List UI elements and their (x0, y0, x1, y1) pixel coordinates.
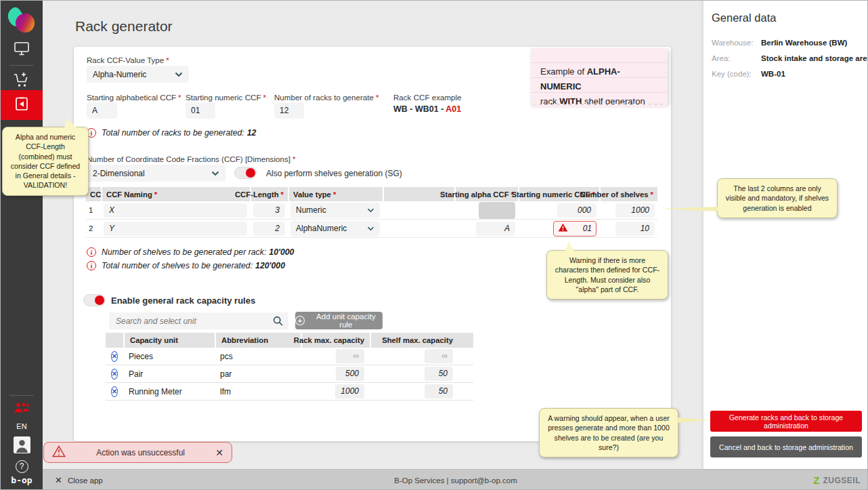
footer: ✕ Close app B-Op Services | support@b-op… (43, 469, 868, 490)
search-input[interactable] (109, 312, 288, 329)
value-type-label: Rack CCF-Value Type* (87, 56, 169, 64)
required-marker: * (178, 93, 181, 102)
chevron-down-icon (175, 70, 183, 79)
page-title: Rack generator (75, 18, 173, 35)
racks-count-input[interactable] (274, 102, 304, 119)
sidebar-divider (9, 65, 34, 66)
bop-logo: b-op (1, 475, 43, 485)
total-racks-info: i Total number of racks to be generated:… (87, 128, 256, 138)
plus-icon: + (295, 316, 305, 325)
monitor-icon (14, 41, 30, 59)
error-toast: Action was unsuccessful ✕ (43, 442, 232, 463)
cancel-button[interactable]: Cancel and back to storage administratio… (710, 436, 862, 457)
shelf-max-input[interactable]: ∞ (425, 349, 453, 363)
starting-alpha-label: Starting alphabetical CCF* (87, 93, 181, 102)
info-icon: i (87, 247, 96, 257)
toast-message: Action was unsuccessful (66, 448, 215, 457)
ccf-naming-input[interactable]: Y (104, 222, 247, 236)
zugseil-logo-icon: Z (813, 474, 819, 486)
warning-triangle-icon (558, 223, 568, 234)
ccf-table: CCF CCF Naming* CCF-Length* Value type* … (86, 187, 657, 238)
panel-title: General data (712, 12, 776, 24)
zugseil-name: ZUGSEIL (823, 476, 861, 485)
capacity-abbr: lfm (215, 387, 301, 396)
starting-alpha-cell-disabled (479, 202, 515, 219)
starting-alpha-input[interactable] (87, 102, 117, 119)
general-data-row: Area: Stock intake and storage area (712, 54, 865, 62)
required-marker: * (292, 155, 296, 163)
capacity-table-header: Capacity unit Abbreviation Rack max. cap… (106, 333, 473, 348)
user-avatar[interactable] (1, 437, 43, 455)
app-logo[interactable] (8, 6, 35, 35)
ccf-example-value: WB - WB01 - A01 (393, 104, 461, 114)
shelves-count-cell[interactable]: 10 (615, 222, 655, 236)
ccf-example-label: Rack CCF example (393, 93, 462, 102)
rack-max-input[interactable]: ∞ (336, 349, 364, 363)
capacity-rules-toggle[interactable] (83, 294, 106, 306)
toast-close-icon[interactable]: ✕ (215, 448, 223, 457)
capacity-row-pieces: ✕ Pieces pcs ∞ ∞ (106, 348, 473, 365)
unit-search (109, 312, 288, 329)
value-type-row-select[interactable]: AlphaNumeric (290, 221, 380, 237)
value-type-select[interactable]: Alpha-Numeric (87, 66, 189, 83)
chevron-down-icon (367, 224, 374, 233)
help-button[interactable]: ? (1, 459, 43, 474)
starting-alpha-cell[interactable]: A (476, 222, 515, 236)
ccf-example-highlight: A01 (446, 104, 461, 114)
starting-numeric-cell-error[interactable]: 01 (553, 221, 596, 237)
sidebar-item-rack-generator[interactable] (1, 90, 43, 120)
required-marker: * (263, 93, 266, 102)
capacity-rules-label: Enable general rack capacity rules (111, 295, 255, 306)
add-unit-capacity-rule-button[interactable]: + Add unit capacity rule (295, 312, 383, 329)
dimensions-select[interactable]: 2-Dimensional (87, 165, 225, 182)
remove-rule-icon[interactable]: ✕ (111, 369, 118, 380)
shelves-generation-toggle[interactable] (234, 167, 257, 179)
starting-numeric-input[interactable] (186, 102, 215, 119)
capacity-row-running-meter: ✕ Running Meter lfm 1000 50 (106, 383, 473, 401)
capacity-table: Capacity unit Abbreviation Rack max. cap… (106, 333, 473, 401)
sidebar-item-workstation[interactable] (1, 39, 43, 61)
value-type-row-select[interactable]: Numeric (290, 203, 380, 218)
logo-gradient-shape (16, 14, 35, 33)
dimensions-label: Number of Coordinate Code Fractions (CCF… (87, 155, 295, 163)
capacity-abbr: pcs (215, 352, 301, 361)
shelves-per-rack-info: i Number of shelves to be generated per … (87, 247, 294, 257)
capacity-abbr: par (215, 369, 301, 379)
sidebar-divider-bottom (9, 395, 34, 396)
avatar-icon (14, 436, 30, 456)
starting-numeric-cell[interactable]: 000 (557, 203, 596, 218)
remove-rule-icon[interactable]: ✕ (111, 386, 118, 397)
app: EN ? b-op Rack generator Rack CCF-Value … (0, 0, 868, 490)
generate-warning-note: A warning should appear, when a user pre… (539, 408, 678, 457)
people-icon (13, 402, 31, 417)
remove-rule-icon[interactable]: ✕ (111, 351, 118, 362)
support-info: B-Op Services | support@b-op.com (43, 476, 868, 485)
ccf-length-input[interactable]: 3 (253, 203, 285, 218)
ccf-table-header: CCF CCF Naming* CCF-Length* Value type* … (86, 187, 657, 201)
ccf-row-number: 1 (86, 206, 101, 214)
required-marker: * (376, 93, 379, 102)
rack-max-input[interactable]: 500 (336, 367, 364, 381)
cart-add-icon (13, 71, 30, 91)
shelves-generation-label: Also perform shelves generation (SG) (266, 169, 402, 178)
validation-note: Alpha and numeric CCF-Length (combined) … (2, 127, 89, 196)
required-marker: * (166, 56, 169, 64)
rack-max-input[interactable]: 1000 (335, 384, 364, 399)
general-data-panel: General data Warehouse: Berlin Warehouse… (703, 1, 868, 469)
ccf-naming-input[interactable]: X (104, 203, 247, 218)
shelves-count-cell[interactable]: 1000 (615, 203, 655, 218)
example-sticky-note: Example of ALPHA-NUMERIC rack WITH shelf… (531, 48, 668, 104)
sidebar-item-users[interactable] (1, 402, 43, 417)
ccf-row-2: 2 Y 2 AlphaNumeric A 01 (86, 220, 657, 238)
racks-count-label: Number of racks to generate* (274, 93, 378, 102)
language-selector[interactable]: EN (1, 422, 43, 430)
ccf-row-number: 2 (86, 224, 101, 232)
generate-racks-button[interactable]: Generate racks and back to storage admin… (710, 411, 862, 432)
shelf-max-input[interactable]: 50 (425, 384, 453, 399)
sidebar: EN ? b-op (1, 1, 43, 490)
search-icon[interactable] (273, 316, 283, 329)
ccf-length-input[interactable]: 2 (253, 222, 285, 236)
shelf-max-input[interactable]: 50 (425, 367, 453, 381)
total-shelves-info: i Total number of shelves to be generate… (87, 261, 285, 270)
ccf-row-1: 1 X 3 Numeric 000 1000 (86, 201, 657, 220)
